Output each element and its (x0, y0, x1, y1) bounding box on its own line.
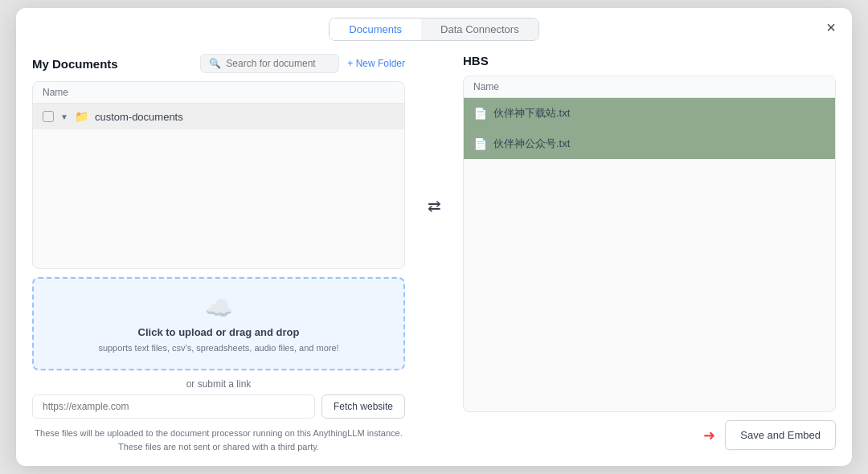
modal-body: My Documents 🔍 + New Folder Name ▼ 📁 cus… (16, 41, 852, 466)
left-file-list-header: Name (33, 82, 404, 104)
right-file-list-header: Name (464, 76, 835, 98)
upload-area[interactable]: ☁️ Click to upload or drag and drop supp… (32, 277, 405, 370)
link-input-row: Fetch website (32, 394, 405, 419)
file-icon-1: 📄 (473, 107, 487, 120)
folder-row[interactable]: ▼ 📁 custom-documents (33, 104, 404, 129)
save-embed-button[interactable]: Save and Embed (725, 420, 836, 450)
left-file-list: Name ▼ 📁 custom-documents (32, 81, 405, 269)
link-input[interactable] (32, 394, 315, 419)
file-icon-2: 📄 (473, 137, 487, 150)
folder-name: custom-documents (95, 111, 183, 123)
transfer-arrows: ⇄ (418, 54, 450, 453)
close-button[interactable]: × (823, 16, 839, 39)
right-file-row-1[interactable]: 📄 伙伴神下载站.txt (464, 98, 835, 129)
footer-notice: These files will be uploaded to the docu… (32, 427, 405, 453)
folder-icon: 📁 (75, 110, 88, 123)
folder-checkbox[interactable] (43, 111, 54, 122)
new-folder-button[interactable]: + New Folder (347, 58, 405, 69)
arrow-indicator: ➜ (703, 427, 715, 444)
expand-icon: ▼ (60, 112, 68, 121)
search-icon: 🔍 (209, 58, 221, 69)
link-row: or submit a link Fetch website (32, 378, 405, 419)
left-panel-title: My Documents (32, 57, 118, 71)
save-embed-row: ➜ Save and Embed (463, 420, 836, 453)
search-input[interactable] (226, 58, 330, 69)
right-panel: HBS Name 📄 伙伴神下载站.txt 📄 伙伴神公众号.txt ➜ Sav… (463, 54, 836, 453)
left-panel: My Documents 🔍 + New Folder Name ▼ 📁 cus… (32, 54, 405, 453)
tab-data-connectors[interactable]: Data Connectors (421, 18, 538, 40)
right-panel-title: HBS (463, 54, 489, 67)
right-file-list: Name 📄 伙伴神下载站.txt 📄 伙伴神公众号.txt (463, 76, 836, 412)
search-bar[interactable]: 🔍 (200, 54, 339, 73)
right-file-name-2: 伙伴神公众号.txt (493, 137, 570, 151)
modal: Documents Data Connectors × My Documents… (16, 8, 852, 466)
upload-title: Click to upload or drag and drop (138, 326, 300, 338)
modal-header: Documents Data Connectors × (16, 8, 852, 41)
right-file-name-1: 伙伴神下载站.txt (493, 106, 570, 121)
cloud-upload-icon: ☁️ (205, 295, 233, 321)
left-title-row: My Documents 🔍 + New Folder (32, 54, 405, 73)
upload-subtitle: supports text files, csv's, spreadsheets… (98, 343, 338, 353)
right-title-row: HBS (463, 54, 836, 67)
tab-bar: Documents Data Connectors (329, 18, 538, 41)
or-label: or submit a link (186, 378, 252, 390)
fetch-button[interactable]: Fetch website (321, 394, 405, 419)
tab-documents[interactable]: Documents (330, 18, 421, 40)
right-file-row-2[interactable]: 📄 伙伴神公众号.txt (464, 129, 835, 159)
